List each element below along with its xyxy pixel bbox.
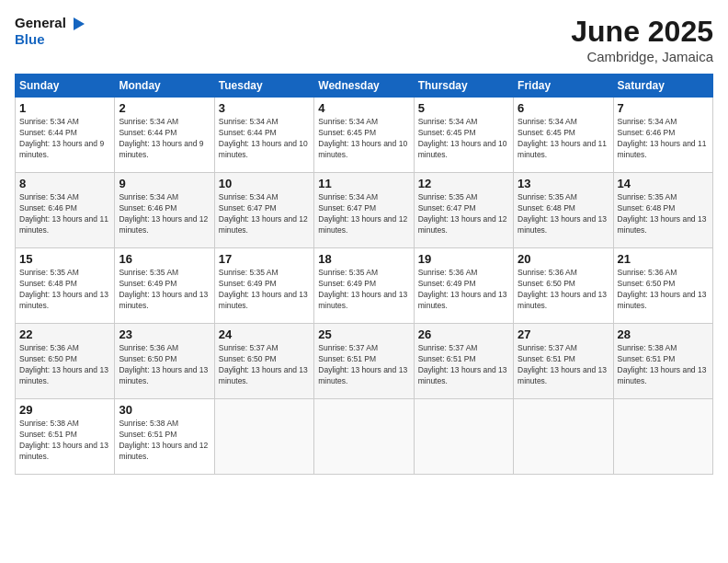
- day-info: Sunrise: 5:34 AM Sunset: 6:44 PM Dayligh…: [19, 117, 110, 161]
- day-info: Sunrise: 5:35 AM Sunset: 6:49 PM Dayligh…: [119, 268, 210, 312]
- day-info: Sunrise: 5:34 AM Sunset: 6:46 PM Dayligh…: [119, 192, 210, 236]
- day-cell: 28 Sunrise: 5:38 AM Sunset: 6:51 PM Dayl…: [613, 324, 712, 399]
- week-row-2: 8 Sunrise: 5:34 AM Sunset: 6:46 PM Dayli…: [16, 173, 713, 248]
- day-number: 23: [119, 327, 210, 341]
- day-info: Sunrise: 5:35 AM Sunset: 6:49 PM Dayligh…: [219, 268, 310, 312]
- day-info: Sunrise: 5:35 AM Sunset: 6:47 PM Dayligh…: [418, 192, 509, 236]
- col-header-wednesday: Wednesday: [314, 75, 414, 98]
- day-cell: 8 Sunrise: 5:34 AM Sunset: 6:46 PM Dayli…: [16, 173, 115, 248]
- day-number: 2: [119, 101, 210, 115]
- day-number: 24: [219, 327, 310, 341]
- day-cell: 24 Sunrise: 5:37 AM Sunset: 6:50 PM Dayl…: [214, 324, 313, 399]
- day-cell: 9 Sunrise: 5:34 AM Sunset: 6:46 PM Dayli…: [115, 173, 214, 248]
- day-number: 3: [219, 101, 310, 115]
- day-info: Sunrise: 5:34 AM Sunset: 6:46 PM Dayligh…: [618, 117, 709, 161]
- col-header-thursday: Thursday: [414, 75, 513, 98]
- day-info: Sunrise: 5:34 AM Sunset: 6:44 PM Dayligh…: [219, 117, 310, 161]
- day-info: Sunrise: 5:36 AM Sunset: 6:50 PM Dayligh…: [119, 343, 210, 387]
- day-number: 1: [19, 101, 110, 115]
- day-cell: 1 Sunrise: 5:34 AM Sunset: 6:44 PM Dayli…: [16, 98, 115, 173]
- day-cell: 12 Sunrise: 5:35 AM Sunset: 6:47 PM Dayl…: [414, 173, 513, 248]
- col-header-friday: Friday: [514, 75, 613, 98]
- day-info: Sunrise: 5:34 AM Sunset: 6:45 PM Dayligh…: [518, 117, 609, 161]
- day-info: Sunrise: 5:35 AM Sunset: 6:49 PM Dayligh…: [318, 268, 409, 312]
- col-header-tuesday: Tuesday: [214, 75, 313, 98]
- day-number: 9: [119, 177, 210, 190]
- day-number: 6: [518, 101, 609, 115]
- day-cell: 26 Sunrise: 5:37 AM Sunset: 6:51 PM Dayl…: [414, 324, 513, 399]
- day-number: 14: [618, 177, 709, 190]
- logo: General Blue: [15, 15, 86, 47]
- day-info: Sunrise: 5:35 AM Sunset: 6:48 PM Dayligh…: [618, 192, 709, 236]
- page: General Blue June 2025 Cambridge, Jamaic…: [0, 0, 728, 563]
- day-number: 20: [518, 252, 609, 266]
- day-info: Sunrise: 5:38 AM Sunset: 6:51 PM Dayligh…: [119, 419, 210, 463]
- day-cell: 13 Sunrise: 5:35 AM Sunset: 6:48 PM Dayl…: [514, 173, 613, 248]
- day-cell: 23 Sunrise: 5:36 AM Sunset: 6:50 PM Dayl…: [115, 324, 214, 399]
- day-cell: 18 Sunrise: 5:35 AM Sunset: 6:49 PM Dayl…: [314, 248, 414, 324]
- day-cell: 4 Sunrise: 5:34 AM Sunset: 6:45 PM Dayli…: [314, 98, 414, 173]
- day-number: 16: [119, 252, 210, 266]
- day-number: 11: [318, 177, 409, 190]
- day-cell: 6 Sunrise: 5:34 AM Sunset: 6:45 PM Dayli…: [514, 98, 613, 173]
- day-info: Sunrise: 5:34 AM Sunset: 6:47 PM Dayligh…: [219, 192, 310, 236]
- day-info: Sunrise: 5:36 AM Sunset: 6:50 PM Dayligh…: [618, 268, 709, 312]
- calendar-subtitle: Cambridge, Jamaica: [571, 49, 713, 64]
- day-cell: 22 Sunrise: 5:36 AM Sunset: 6:50 PM Dayl…: [16, 324, 115, 399]
- logo-general: General: [15, 15, 66, 30]
- day-number: 10: [219, 177, 310, 190]
- week-row-1: 1 Sunrise: 5:34 AM Sunset: 6:44 PM Dayli…: [16, 98, 713, 173]
- svg-marker-0: [74, 17, 85, 30]
- day-cell: 10 Sunrise: 5:34 AM Sunset: 6:47 PM Dayl…: [214, 173, 313, 248]
- day-info: Sunrise: 5:38 AM Sunset: 6:51 PM Dayligh…: [618, 343, 709, 387]
- day-cell: 11 Sunrise: 5:34 AM Sunset: 6:47 PM Dayl…: [314, 173, 414, 248]
- day-cell: 27 Sunrise: 5:37 AM Sunset: 6:51 PM Dayl…: [514, 324, 613, 399]
- week-row-4: 22 Sunrise: 5:36 AM Sunset: 6:50 PM Dayl…: [16, 324, 713, 399]
- day-cell: [214, 399, 313, 475]
- day-number: 4: [318, 101, 409, 115]
- day-cell: 21 Sunrise: 5:36 AM Sunset: 6:50 PM Dayl…: [613, 248, 712, 324]
- day-cell: 7 Sunrise: 5:34 AM Sunset: 6:46 PM Dayli…: [613, 98, 712, 173]
- day-info: Sunrise: 5:36 AM Sunset: 6:49 PM Dayligh…: [418, 268, 509, 312]
- header-row: SundayMondayTuesdayWednesdayThursdayFrid…: [16, 75, 713, 98]
- day-info: Sunrise: 5:35 AM Sunset: 6:48 PM Dayligh…: [518, 192, 609, 236]
- day-number: 30: [119, 403, 210, 417]
- week-row-3: 15 Sunrise: 5:35 AM Sunset: 6:48 PM Dayl…: [16, 248, 713, 324]
- day-number: 7: [618, 101, 709, 115]
- day-info: Sunrise: 5:34 AM Sunset: 6:45 PM Dayligh…: [318, 117, 409, 161]
- day-info: Sunrise: 5:34 AM Sunset: 6:45 PM Dayligh…: [418, 117, 509, 161]
- col-header-monday: Monday: [115, 75, 214, 98]
- day-info: Sunrise: 5:36 AM Sunset: 6:50 PM Dayligh…: [19, 343, 110, 387]
- day-info: Sunrise: 5:37 AM Sunset: 6:50 PM Dayligh…: [219, 343, 310, 387]
- day-cell: [414, 399, 513, 475]
- day-info: Sunrise: 5:34 AM Sunset: 6:44 PM Dayligh…: [119, 117, 210, 161]
- day-cell: 16 Sunrise: 5:35 AM Sunset: 6:49 PM Dayl…: [115, 248, 214, 324]
- day-number: 19: [418, 252, 509, 266]
- col-header-saturday: Saturday: [613, 75, 712, 98]
- day-cell: 15 Sunrise: 5:35 AM Sunset: 6:48 PM Dayl…: [16, 248, 115, 324]
- title-area: June 2025 Cambridge, Jamaica: [571, 15, 713, 64]
- day-cell: 20 Sunrise: 5:36 AM Sunset: 6:50 PM Dayl…: [514, 248, 613, 324]
- day-cell: 25 Sunrise: 5:37 AM Sunset: 6:51 PM Dayl…: [314, 324, 414, 399]
- day-cell: 19 Sunrise: 5:36 AM Sunset: 6:49 PM Dayl…: [414, 248, 513, 324]
- logo-blue: Blue: [15, 32, 86, 48]
- day-number: 21: [618, 252, 709, 266]
- week-row-5: 29 Sunrise: 5:38 AM Sunset: 6:51 PM Dayl…: [16, 399, 713, 475]
- day-number: 26: [418, 327, 509, 341]
- day-cell: [613, 399, 712, 475]
- day-cell: [314, 399, 414, 475]
- day-number: 27: [518, 327, 609, 341]
- day-info: Sunrise: 5:37 AM Sunset: 6:51 PM Dayligh…: [518, 343, 609, 387]
- day-info: Sunrise: 5:38 AM Sunset: 6:51 PM Dayligh…: [19, 419, 110, 463]
- day-number: 5: [418, 101, 509, 115]
- col-header-sunday: Sunday: [16, 75, 115, 98]
- day-number: 22: [19, 327, 110, 341]
- day-number: 29: [19, 403, 110, 417]
- logo-text: General: [15, 15, 86, 32]
- day-cell: 14 Sunrise: 5:35 AM Sunset: 6:48 PM Dayl…: [613, 173, 712, 248]
- logo-container: General Blue: [15, 15, 86, 47]
- day-number: 17: [219, 252, 310, 266]
- day-info: Sunrise: 5:34 AM Sunset: 6:46 PM Dayligh…: [19, 192, 110, 236]
- day-number: 25: [318, 327, 409, 341]
- header: General Blue June 2025 Cambridge, Jamaic…: [15, 15, 713, 64]
